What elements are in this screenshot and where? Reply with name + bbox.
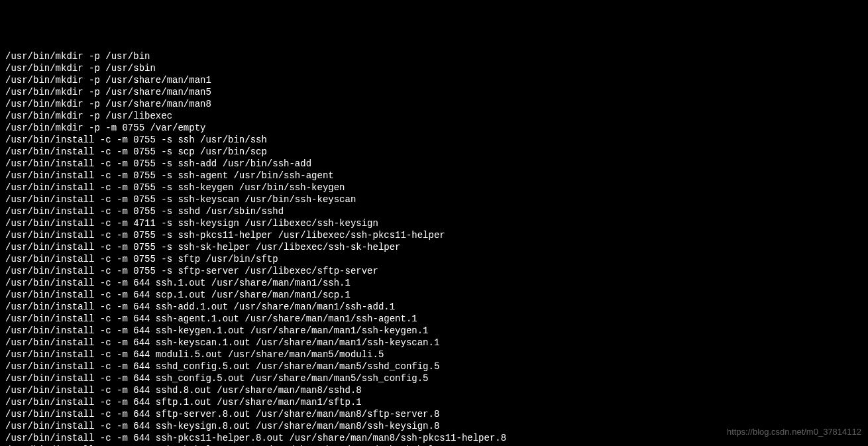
- terminal-line: /usr/bin/install -c -m 0755 -s scp /usr/…: [5, 146, 863, 158]
- terminal-line: /usr/bin/install -c -m 0755 -s ssh-add /…: [5, 158, 863, 170]
- terminal-line: /usr/bin/install -c -m 0755 -s ssh-pkcs1…: [5, 229, 863, 241]
- terminal-line: /usr/bin/install -c -m 644 ssh-agent.1.o…: [5, 313, 863, 325]
- terminal-line: /usr/bin/install -c -m 644 sshd_config.5…: [5, 361, 863, 372]
- terminal-output[interactable]: /usr/bin/mkdir -p /usr/bin/usr/bin/mkdir…: [5, 50, 863, 446]
- terminal-line: /usr/bin/mkdir -p /usr/share/man/man8: [5, 98, 863, 110]
- terminal-line: /usr/bin/install -c -m 0755 -s sftp-serv…: [5, 265, 863, 277]
- terminal-line: /usr/bin/install -c -m 644 ssh-keygen.1.…: [5, 325, 863, 337]
- terminal-line: /usr/bin/mkdir -p /usr/share/man/man1: [5, 74, 863, 86]
- terminal-line: /usr/bin/install -c -m 0755 -s ssh /usr/…: [5, 134, 863, 146]
- terminal-line: /usr/bin/install -c -m 0755 -s ssh-keyge…: [5, 182, 863, 194]
- terminal-line: /usr/bin/install -c -m 4711 -s ssh-keysi…: [5, 217, 863, 229]
- terminal-line: /usr/bin/install -c -m 644 ssh.1.out /us…: [5, 277, 863, 289]
- terminal-line: /usr/bin/mkdir -p /usr/sbin: [5, 62, 863, 74]
- terminal-line: /usr/bin/install -c -m 644 sftp.1.out /u…: [5, 396, 863, 408]
- terminal-line: /usr/bin/mkdir -p /usr/bin: [5, 50, 863, 62]
- terminal-line: /usr/bin/install -c -m 644 scp.1.out /us…: [5, 289, 863, 301]
- terminal-line: /usr/bin/install -c -m 644 ssh-keyscan.1…: [5, 337, 863, 349]
- terminal-line: /usr/bin/install -c -m 644 sshd.8.out /u…: [5, 384, 863, 396]
- terminal-line: /usr/bin/mkdir -p -m 0755 /var/empty: [5, 122, 863, 134]
- terminal-line: /usr/bin/install -c -m 0755 -s ssh-keysc…: [5, 194, 863, 205]
- terminal-line: /usr/bin/install -c -m 0755 -s ssh-agent…: [5, 170, 863, 182]
- terminal-line: /usr/bin/mkdir -p /usr/share/man/man5: [5, 86, 863, 98]
- terminal-line: /usr/bin/install -c -m 0755 -s sftp /usr…: [5, 253, 863, 265]
- terminal-line: /usr/bin/install -c -m 644 ssh-add.1.out…: [5, 301, 863, 313]
- terminal-line: /usr/bin/install -c -m 0755 -s sshd /usr…: [5, 205, 863, 217]
- terminal-line: /usr/bin/mkdir -p /usr/libexec: [5, 110, 863, 122]
- terminal-line: /usr/bin/install -c -m 644 moduli.5.out …: [5, 349, 863, 361]
- terminal-line: /usr/bin/install -c -m 0755 -s ssh-sk-he…: [5, 241, 863, 253]
- terminal-line: /usr/bin/install -c -m 644 sftp-server.8…: [5, 408, 863, 420]
- watermark-text: https://blog.csdn.net/m0_37814112: [727, 426, 861, 438]
- terminal-line: /usr/bin/install -c -m 644 ssh_config.5.…: [5, 372, 863, 384]
